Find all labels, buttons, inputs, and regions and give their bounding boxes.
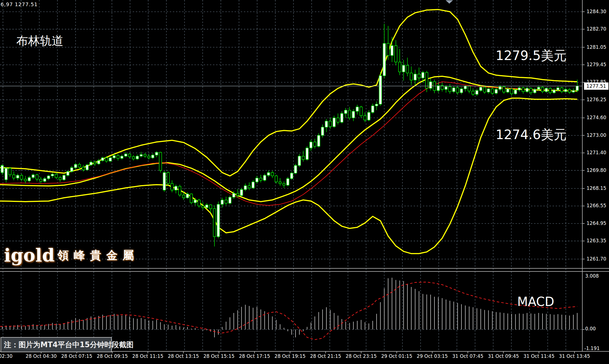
time-tick-label: 28 Oct 15:15 [203,354,235,359]
time-tick-label: 28 Oct 23:15 [345,354,377,359]
time-tick-label: 29 Oct 01:15 [381,354,412,359]
screenshot-note-box: 注：图片为MT4平台中15分钟时段截图 [1,337,112,352]
price-tick-label: 1276.25 [587,97,606,102]
macd-indicator-label: MACD [517,294,554,309]
price-tick-label: 1274.60 [587,115,606,120]
price-tick-label: 1261.70 [587,257,606,261]
price-tick-label: 1282.70 [587,27,606,31]
macd-axis-zero: 0.00 [585,326,596,331]
time-tick-label: 28 Oct 17:15 [239,354,270,359]
time-tick-label: 29 Oct 03:15 [417,354,448,359]
time-tick-label: 31 Oct 13:45 [559,354,590,359]
time-tick-label: 28 Oct 13:15 [168,354,199,359]
upper-band-price-label: 1279.5美元 [496,47,567,64]
price-tick-label: 1266.55 [587,203,606,208]
bollinger-band-label: 布林轨道 [16,33,63,49]
candlesticks [1,24,579,246]
bollinger-bands [0,10,577,254]
price-tick-label: 1271.40 [587,150,606,155]
scroll-position-marker-icon [446,0,453,4]
igold-watermark: igold領峰貴金屬 [4,245,139,266]
time-tick-label: 31 Oct 07:45 [452,354,484,359]
time-tick-label: 31 Oct 09:45 [488,354,519,359]
macd-histogram [2,278,577,337]
price-tick-label: 1279.45 [587,62,606,67]
quote-header: 6,97 1277.51 [1,1,38,7]
red-moving-average [0,82,577,206]
lower-band-price-label: 1274.6美元 [496,126,567,144]
watermark-logo-text: igold [4,245,55,266]
time-tick-label: 02:30 [0,354,13,359]
price-tick-label: 1284.30 [587,9,606,14]
time-tick-label: 31 Oct 11:45 [523,354,555,359]
time-tick-label: 28 Oct 07:15 [61,354,92,359]
macd-axis-max: 3.008 [585,274,599,278]
mt4-chart-window: 6,97 1277.51 布林轨道 1279.5美元 1274.6美元 MACD… [0,0,609,364]
price-tick-label: 1263.35 [587,238,606,243]
time-tick-label: 28 Oct 09:15 [97,354,128,359]
watermark-cjk-text: 領峰貴金屬 [58,249,139,262]
time-tick-label: 28 Oct 11:15 [132,354,163,359]
screenshot-note-text: 注：图片为MT4平台中15分钟时段截图 [4,340,134,350]
price-tick-label: 1269.80 [587,168,606,173]
price-tick-label: 1268.15 [587,186,606,191]
price-tick-label: 1277.85 [587,80,606,84]
time-tick-label: 28 Oct 21:15 [310,354,341,359]
macd-signal-line [0,282,577,340]
price-tick-label: 1281.05 [587,45,606,50]
bollinger-lower [0,98,577,254]
time-tick-label: 28 Oct 19:15 [274,354,306,359]
macd-axis-min: -1.191 [584,346,600,351]
price-tick-label: 1264.95 [587,221,606,226]
time-tick-label: 28 Oct 04:30 [26,354,57,359]
bollinger-upper [0,10,577,176]
price-tick-label: 1273.00 [587,133,606,138]
